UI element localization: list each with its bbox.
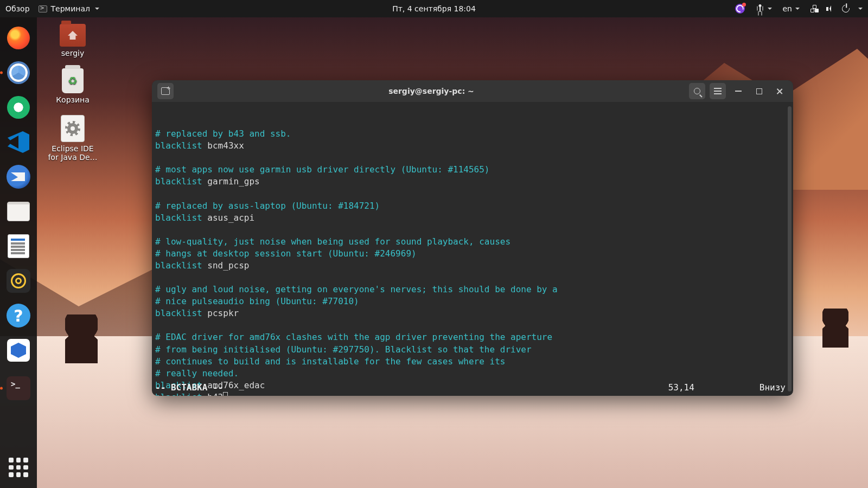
desktop-icon-eclipse[interactable]: Eclipse IDE for Java De… <box>46 115 100 162</box>
window-close-button[interactable] <box>771 83 788 99</box>
desktop-icons: sergiy ♻ Корзина Eclipse IDE for Java De… <box>46 24 100 162</box>
accessibility-icon <box>756 4 764 13</box>
terminal-body[interactable]: # replaced by b43 and ssb. blacklist bcm… <box>152 102 793 396</box>
terminal-icon <box>39 5 47 12</box>
terminal-title: sergiy@sergiy-pc: ~ <box>178 87 685 95</box>
desktop-icon-trash[interactable]: ♻ Корзина <box>46 68 100 104</box>
vscode-icon <box>8 131 29 153</box>
desktop-icon-home[interactable]: sergiy <box>46 24 100 57</box>
chromium-icon <box>9 63 28 82</box>
close-icon <box>776 88 783 95</box>
terminal-search-button[interactable] <box>689 83 705 99</box>
dock-remote[interactable] <box>5 94 31 120</box>
dock-virtualbox[interactable] <box>5 337 31 363</box>
keyboard-layout-label: en <box>783 4 793 13</box>
chevron-down-icon <box>95 8 99 12</box>
desktop-icon-label: Корзина <box>56 95 90 104</box>
chevron-down-icon <box>768 8 772 12</box>
vim-statusline: -- ВСТАВКА -- 53,14 Внизу <box>155 382 786 394</box>
dock-rhythmbox[interactable] <box>5 268 31 294</box>
trash-icon: ♻ <box>62 68 84 93</box>
dock-help[interactable]: ? <box>5 303 31 329</box>
terminal-scrollbar[interactable] <box>788 106 792 391</box>
window-maximize-button[interactable] <box>751 83 767 99</box>
firefox-icon <box>7 27 30 49</box>
virtualbox-icon <box>7 339 30 362</box>
terminal-menu-button[interactable] <box>710 83 726 99</box>
dock-firefox[interactable] <box>5 25 31 51</box>
terminal-text: # replaced by b43 and ssb. blacklist bcm… <box>155 128 788 396</box>
accessibility-menu[interactable] <box>756 4 772 13</box>
window-minimize-button[interactable] <box>730 83 746 99</box>
writer-icon <box>8 234 29 258</box>
gear-icon <box>67 123 78 134</box>
dock-terminal[interactable] <box>5 375 31 401</box>
folder-home-icon <box>60 24 86 47</box>
dock-thunderbird[interactable] <box>5 164 31 190</box>
dock-writer[interactable] <box>5 233 31 259</box>
minimize-icon <box>735 91 742 92</box>
dock-chromium[interactable] <box>5 60 31 86</box>
search-icon <box>694 88 700 94</box>
vim-mode: -- ВСТАВКА -- <box>155 382 223 394</box>
terminal-launcher-icon <box>7 376 30 400</box>
remote-icon <box>7 96 30 119</box>
dock: ? <box>0 17 37 488</box>
activities-button[interactable]: Обзор <box>5 4 30 13</box>
desktop-file-icon <box>61 115 85 142</box>
desktop-icon-label: sergiy <box>61 49 84 57</box>
app-menu-label: Терминал <box>51 4 90 13</box>
clock-label[interactable]: Пт, 4 сентября 18:04 <box>392 4 476 13</box>
maximize-icon <box>756 88 762 94</box>
system-menu[interactable] <box>810 5 863 12</box>
terminal-window: sergiy@sergiy-pc: ~ # replaced by b43 an… <box>152 80 793 396</box>
hamburger-icon <box>714 91 722 92</box>
dock-vscode[interactable] <box>5 129 31 155</box>
show-applications-button[interactable] <box>9 458 28 477</box>
rhythmbox-icon <box>7 269 30 293</box>
vim-scroll-pos: Внизу <box>760 382 786 394</box>
volume-icon <box>826 5 834 12</box>
chevron-down-icon <box>858 8 863 12</box>
new-tab-icon <box>161 87 170 95</box>
terminal-titlebar[interactable]: sergiy@sergiy-pc: ~ <box>152 80 793 102</box>
vim-cursor-pos: 53,14 <box>668 382 694 394</box>
chevron-down-icon <box>795 8 800 12</box>
power-icon <box>840 3 851 14</box>
network-icon <box>810 5 819 12</box>
dock-files[interactable] <box>5 198 31 224</box>
terminal-new-tab-button[interactable] <box>157 83 174 99</box>
keyboard-layout-menu[interactable]: en <box>783 4 800 13</box>
help-icon: ? <box>7 304 30 328</box>
desktop-icon-label: Eclipse IDE for Java De… <box>48 144 97 162</box>
top-bar: Обзор Терминал Пт, 4 сентября 18:04 en <box>0 0 868 17</box>
viber-tray-icon[interactable] <box>735 4 745 14</box>
files-icon <box>7 202 30 221</box>
thunderbird-icon <box>7 165 30 189</box>
app-menu[interactable]: Терминал <box>39 4 99 13</box>
